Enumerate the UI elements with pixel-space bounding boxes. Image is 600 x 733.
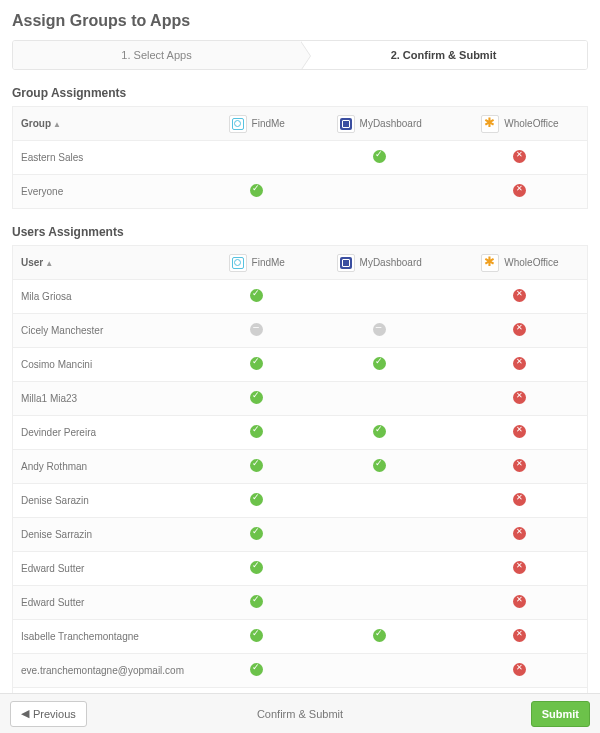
status-assigned-icon	[250, 527, 263, 540]
table-row: Devinder Pereira	[13, 416, 588, 450]
status-denied-icon	[513, 357, 526, 370]
row-name: Denise Sarrazin	[13, 518, 209, 552]
status-assigned-icon	[373, 150, 386, 163]
cell-wholeoffice	[453, 348, 588, 382]
cell-findme	[208, 586, 305, 620]
page-title: Assign Groups to Apps	[12, 12, 588, 30]
group-assignments-heading: Group Assignments	[12, 86, 588, 100]
wholeoffice-icon	[484, 257, 496, 269]
status-na-icon	[250, 323, 263, 336]
status-denied-icon	[513, 391, 526, 404]
status-assigned-icon	[250, 184, 263, 197]
cell-findme	[208, 416, 305, 450]
column-mydashboard: MyDashboard	[305, 246, 452, 280]
wholeoffice-icon	[484, 118, 496, 130]
cell-wholeoffice	[453, 141, 588, 175]
cell-mydashboard	[305, 586, 452, 620]
group-sort-header[interactable]: Group▲	[13, 107, 209, 141]
cell-findme	[208, 382, 305, 416]
cell-mydashboard	[305, 552, 452, 586]
column-findme: FindMe	[208, 107, 305, 141]
sort-asc-icon: ▲	[45, 259, 53, 268]
status-assigned-icon	[250, 663, 263, 676]
cell-mydashboard	[305, 484, 452, 518]
cell-findme	[208, 348, 305, 382]
cell-wholeoffice	[453, 314, 588, 348]
table-row: Eastern Sales	[13, 141, 588, 175]
mydashboard-icon	[340, 257, 352, 269]
status-assigned-icon	[250, 289, 263, 302]
row-name: Eastern Sales	[13, 141, 209, 175]
user-sort-header[interactable]: User▲	[13, 246, 209, 280]
table-row: Mila Griosa	[13, 280, 588, 314]
cell-wholeoffice	[453, 416, 588, 450]
table-row: Everyone	[13, 175, 588, 209]
row-name: Denise Sarazin	[13, 484, 209, 518]
submit-button[interactable]: Submit	[531, 701, 590, 727]
row-name: Edward Sutter	[13, 586, 209, 620]
cell-wholeoffice	[453, 586, 588, 620]
cell-wholeoffice	[453, 620, 588, 654]
cell-findme	[208, 552, 305, 586]
status-denied-icon	[513, 629, 526, 642]
status-denied-icon	[513, 493, 526, 506]
status-denied-icon	[513, 184, 526, 197]
column-findme: FindMe	[208, 246, 305, 280]
cell-findme	[208, 141, 305, 175]
status-denied-icon	[513, 561, 526, 574]
table-row: eve.tranchemontagne@yopmail.com	[13, 654, 588, 688]
cell-mydashboard	[305, 280, 452, 314]
previous-button-label: Previous	[33, 708, 76, 720]
table-row: Edward Sutter	[13, 586, 588, 620]
group-assignments-table: Group▲FindMeMyDashboardWholeOffice Easte…	[12, 106, 588, 209]
status-assigned-icon	[373, 425, 386, 438]
status-assigned-icon	[373, 629, 386, 642]
footer-bar: ◀ Previous Confirm & Submit Submit	[0, 693, 600, 733]
findme-icon	[232, 118, 244, 130]
row-name: Cosimo Mancini	[13, 348, 209, 382]
cell-wholeoffice	[453, 175, 588, 209]
previous-button[interactable]: ◀ Previous	[10, 701, 87, 727]
status-assigned-icon	[250, 391, 263, 404]
table-row: Denise Sarazin	[13, 484, 588, 518]
step-select-apps[interactable]: 1. Select Apps	[13, 41, 300, 69]
sort-asc-icon: ▲	[53, 120, 61, 129]
row-name: Milla1 Mia23	[13, 382, 209, 416]
cell-wholeoffice	[453, 280, 588, 314]
status-denied-icon	[513, 323, 526, 336]
chevron-left-icon: ◀	[21, 707, 29, 720]
step-confirm-submit[interactable]: 2. Confirm & Submit	[300, 41, 587, 69]
row-name: Edward Sutter	[13, 552, 209, 586]
table-row: Isabelle Tranchemontagne	[13, 620, 588, 654]
table-row: Milla1 Mia23	[13, 382, 588, 416]
status-assigned-icon	[250, 357, 263, 370]
cell-mydashboard	[305, 141, 452, 175]
status-assigned-icon	[250, 459, 263, 472]
findme-icon	[232, 257, 244, 269]
cell-mydashboard	[305, 450, 452, 484]
row-name: Cicely Manchester	[13, 314, 209, 348]
cell-mydashboard	[305, 416, 452, 450]
status-denied-icon	[513, 150, 526, 163]
stepper: 1. Select Apps 2. Confirm & Submit	[12, 40, 588, 70]
status-denied-icon	[513, 663, 526, 676]
cell-wholeoffice	[453, 382, 588, 416]
row-name: eve.tranchemontagne@yopmail.com	[13, 654, 209, 688]
cell-mydashboard	[305, 348, 452, 382]
cell-findme	[208, 280, 305, 314]
cell-wholeoffice	[453, 484, 588, 518]
status-na-icon	[373, 323, 386, 336]
cell-wholeoffice	[453, 518, 588, 552]
status-assigned-icon	[250, 629, 263, 642]
cell-findme	[208, 620, 305, 654]
table-row: Edward Sutter	[13, 552, 588, 586]
row-name: Andy Rothman	[13, 450, 209, 484]
status-assigned-icon	[250, 595, 263, 608]
cell-findme	[208, 518, 305, 552]
cell-wholeoffice	[453, 654, 588, 688]
cell-mydashboard	[305, 620, 452, 654]
cell-mydashboard	[305, 382, 452, 416]
row-name: Mila Griosa	[13, 280, 209, 314]
cell-mydashboard	[305, 175, 452, 209]
status-assigned-icon	[250, 493, 263, 506]
